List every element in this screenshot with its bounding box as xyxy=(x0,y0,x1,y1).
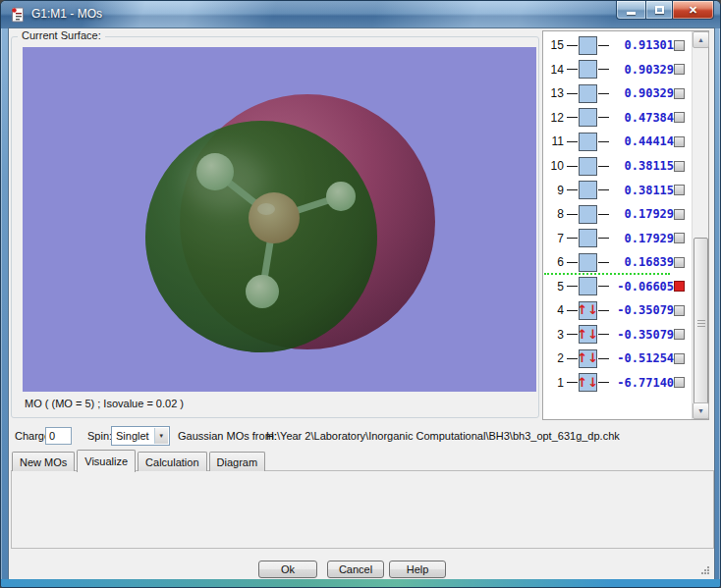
mo-level-box[interactable] xyxy=(579,84,597,103)
window-bottom-border xyxy=(1,579,720,587)
surface-overlay xyxy=(145,121,377,352)
mo-energy: 0.91301 xyxy=(610,38,675,52)
mo-checkbox[interactable] xyxy=(674,281,685,292)
mo-rows: 150.91301140.90329130.90329120.47384110.… xyxy=(544,33,692,395)
close-icon: ✕ xyxy=(689,4,697,17)
mo-number: 5 xyxy=(544,280,566,294)
tab-bar: New MOsVisualizeCalculationDiagram xyxy=(11,449,266,471)
level-line xyxy=(567,166,578,167)
mo-energy: -0.06605 xyxy=(610,280,675,294)
mo-level-box[interactable] xyxy=(579,133,597,151)
mo-caption: MO ( (MO = 5) ; Isovalue = 0.02 ) xyxy=(25,398,184,409)
mo-level-box[interactable]: ↑↓ xyxy=(579,301,597,320)
mo-checkbox[interactable] xyxy=(674,88,685,99)
spin-down-arrow-icon: ↓ xyxy=(587,375,598,391)
current-surface-label: Current Surface: xyxy=(18,29,105,41)
level-line xyxy=(567,238,578,239)
level-line xyxy=(567,358,578,359)
charge-input[interactable] xyxy=(45,427,72,445)
mo-number: 3 xyxy=(544,328,566,342)
molecule-viewport[interactable] xyxy=(23,47,536,392)
mo-checkbox[interactable] xyxy=(674,136,685,147)
mo-checkbox[interactable] xyxy=(674,257,685,268)
mo-checkbox[interactable] xyxy=(674,377,685,388)
mo-level-box[interactable] xyxy=(579,277,597,295)
mo-number: 6 xyxy=(544,255,566,269)
mo-checkbox[interactable] xyxy=(674,40,685,51)
mo-checkbox[interactable] xyxy=(674,64,685,75)
mo-level-box[interactable] xyxy=(579,229,597,247)
mo-row-9: 90.38115 xyxy=(544,178,692,202)
mo-level-box[interactable] xyxy=(579,36,597,55)
client-area: Current Surface: xyxy=(9,28,714,581)
mo-row-5: 5-0.06605 xyxy=(544,274,692,298)
titlebar[interactable]: G1:M1 - MOs ✕ xyxy=(1,1,720,28)
mo-row-2: 2↑↓-0.51254 xyxy=(544,347,692,371)
resize-grip-icon[interactable] xyxy=(700,565,710,575)
tab-visualize[interactable]: Visualize xyxy=(77,450,136,472)
level-line xyxy=(598,214,609,215)
level-line xyxy=(567,189,578,190)
mo-energy: 0.47384 xyxy=(610,111,675,125)
ok-button[interactable]: Ok xyxy=(258,561,317,578)
mo-checkbox[interactable] xyxy=(674,185,685,195)
mo-row-4: 4↑↓-0.35079 xyxy=(544,298,692,323)
mo-level-box[interactable] xyxy=(579,60,597,79)
level-line xyxy=(598,334,609,335)
scroll-up-icon[interactable]: ▲ xyxy=(693,31,709,48)
mo-level-box[interactable] xyxy=(579,253,597,272)
level-line xyxy=(567,334,578,335)
level-line xyxy=(567,69,578,70)
mo-list-panel: 150.91301140.90329130.90329120.47384110.… xyxy=(542,30,709,420)
mo-checkbox[interactable] xyxy=(674,329,685,340)
mo-number: 12 xyxy=(544,111,566,125)
spin-up-arrow-icon: ↑ xyxy=(577,302,587,318)
mo-checkbox[interactable] xyxy=(674,209,685,220)
minimize-button[interactable] xyxy=(616,1,645,20)
level-line xyxy=(567,214,578,215)
mo-row-15: 150.91301 xyxy=(544,33,692,58)
mo-checkbox[interactable] xyxy=(674,161,685,172)
spin-label: Spin: xyxy=(87,427,112,446)
level-line xyxy=(567,310,578,311)
help-button[interactable]: Help xyxy=(389,561,446,578)
mo-row-14: 140.90329 xyxy=(544,58,692,82)
mo-number: 7 xyxy=(544,232,566,245)
mo-number: 9 xyxy=(544,184,566,197)
level-line xyxy=(567,286,578,287)
level-line xyxy=(598,262,609,263)
mo-row-6: 60.16839 xyxy=(544,250,692,275)
tab-calculation[interactable]: Calculation xyxy=(138,452,206,471)
mo-level-box[interactable]: ↑↓ xyxy=(579,325,597,344)
tab-new-mos[interactable]: New MOs xyxy=(12,452,75,471)
tab-diagram[interactable]: Diagram xyxy=(209,452,266,471)
mo-level-box[interactable] xyxy=(579,108,597,127)
level-line xyxy=(598,238,609,239)
mo-level-box[interactable] xyxy=(579,181,597,199)
mo-row-3: 3↑↓-0.35079 xyxy=(544,323,692,347)
scrollbar-thumb[interactable] xyxy=(693,238,708,409)
mo-level-box[interactable] xyxy=(579,205,597,224)
mo-row-11: 110.44414 xyxy=(544,130,692,154)
mo-number: 11 xyxy=(544,134,566,148)
mo-checkbox[interactable] xyxy=(674,305,685,316)
mo-list-scrollbar[interactable]: ▲ ▼ xyxy=(692,31,708,419)
mo-level-box[interactable] xyxy=(579,157,597,176)
scroll-down-icon[interactable]: ▼ xyxy=(693,402,709,419)
mo-checkbox[interactable] xyxy=(674,112,685,123)
cancel-button[interactable]: Cancel xyxy=(327,561,384,578)
mo-level-box[interactable]: ↑↓ xyxy=(579,373,597,392)
mo-energy: 0.17929 xyxy=(610,207,675,221)
mo-checkbox[interactable] xyxy=(674,233,685,243)
spin-up-arrow-icon: ↑ xyxy=(577,350,587,366)
close-button[interactable]: ✕ xyxy=(673,1,714,20)
window-title: G1:M1 - MOs xyxy=(31,7,102,21)
spin-down-arrow-icon: ↓ xyxy=(587,327,598,343)
spin-combobox[interactable]: Singlet ▼ xyxy=(111,426,170,446)
combo-arrow-icon[interactable]: ▼ xyxy=(154,428,168,444)
mo-level-box[interactable]: ↑↓ xyxy=(579,349,597,368)
maximize-button[interactable] xyxy=(645,1,673,20)
level-line xyxy=(598,286,609,287)
mo-checkbox[interactable] xyxy=(674,353,685,364)
level-line xyxy=(567,45,578,46)
